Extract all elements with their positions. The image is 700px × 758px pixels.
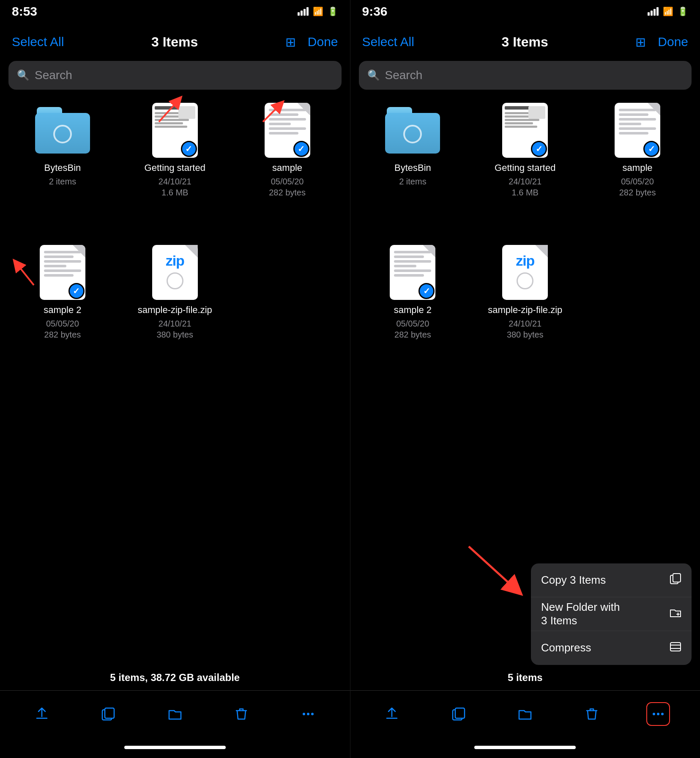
file-icon-sample2-left: ✓ [33, 243, 92, 302]
status-icons-right: 📶 🔋 [648, 6, 688, 16]
wifi-icon-right: 📶 [663, 6, 673, 16]
red-arrow-getting-started-left [155, 96, 189, 126]
context-menu-copy-icon [670, 573, 681, 588]
context-menu-copy-label: Copy 3 Items [541, 574, 606, 587]
share-button-right[interactable] [380, 702, 404, 726]
home-bar-left [124, 746, 226, 749]
nav-bar-left: Select All 3 Items ⊞ Done [0, 23, 350, 61]
check-badge-getting-started-left: ✓ [181, 141, 197, 157]
more-button-left[interactable] [296, 702, 320, 726]
search-icon-right: 🔍 [367, 69, 380, 81]
file-icon-zip-left: zip [145, 243, 205, 302]
home-indicator-right [350, 737, 700, 758]
doc-icon-sample-right: ✓ [615, 103, 660, 158]
list-item[interactable]: ✓ Getting started 24/10/211.6 MB [471, 101, 579, 239]
list-item[interactable]: ✓ sample 05/05/20282 bytes [233, 101, 342, 239]
file-name-right-1: Getting started [495, 162, 555, 173]
home-bar-right [474, 746, 576, 749]
list-item[interactable]: BytesBin 2 items [359, 101, 467, 239]
select-all-right[interactable]: Select All [362, 35, 414, 49]
toolbar-right [350, 690, 700, 737]
svg-point-10 [311, 713, 314, 715]
delete-button-right[interactable] [580, 702, 604, 726]
file-name-right-4: sample-zip-file.zip [488, 305, 562, 316]
battery-icon-left: 🔋 [328, 6, 338, 16]
grid-icon-left[interactable]: ⊞ [285, 35, 296, 49]
file-meta-left-0: 2 items [49, 176, 76, 187]
context-menu: Copy 3 Items New Folder with3 Items Comp… [531, 563, 692, 665]
grid-icon-right[interactable]: ⊞ [635, 35, 646, 49]
file-icon-zip-right: zip [495, 243, 555, 302]
file-grid-left: BytesBin 2 items ✓ [0, 96, 350, 385]
doc-icon-sample2-left: ✓ [40, 245, 85, 300]
toolbar-left [0, 690, 350, 737]
delete-button-left[interactable] [230, 702, 253, 726]
nav-title-left: 3 Items [151, 34, 198, 50]
done-button-right[interactable]: Done [658, 35, 688, 49]
context-menu-item-copy[interactable]: Copy 3 Items [531, 563, 692, 597]
file-name-left-1: Getting started [145, 162, 205, 173]
select-all-left[interactable]: Select All [12, 35, 64, 49]
signal-bars-right [648, 7, 659, 16]
file-meta-right-2: 05/05/20282 bytes [619, 176, 656, 198]
signal-bars-left [298, 7, 309, 16]
folder-button-right[interactable] [513, 702, 537, 726]
list-item[interactable]: zip sample-zip-file.zip 24/10/21380 byte… [471, 243, 579, 381]
list-item[interactable]: ✓ sample 2 05/05/20282 bytes [8, 243, 117, 381]
list-item[interactable]: zip sample-zip-file.zip 24/10/21380 byte… [121, 243, 229, 381]
file-icon-bytes-bin-left [33, 101, 92, 160]
file-icon-sample-right: ✓ [608, 101, 667, 160]
file-meta-right-3: 05/05/20282 bytes [394, 318, 431, 340]
list-item[interactable]: ✓ sample 05/05/20282 bytes [583, 101, 692, 239]
svg-point-24 [661, 713, 664, 715]
context-menu-item-new-folder[interactable]: New Folder with3 Items [531, 597, 692, 631]
svg-rect-21 [455, 708, 465, 718]
file-meta-right-0: 2 items [399, 176, 426, 187]
search-bar-right[interactable]: 🔍 Search [359, 61, 692, 90]
search-placeholder-right: Search [385, 69, 423, 82]
svg-rect-7 [105, 708, 114, 718]
folder-button-left[interactable] [163, 702, 187, 726]
status-bar-left: 8:53 📶 🔋 [0, 0, 350, 23]
file-name-right-0: BytesBin [394, 162, 431, 173]
zip-icon-left: zip [152, 245, 198, 300]
file-name-left-3: sample 2 [44, 305, 81, 316]
check-badge-getting-started-right: ✓ [531, 141, 547, 157]
duplicate-button-left[interactable] [96, 702, 120, 726]
nav-bar-right: Select All 3 Items ⊞ Done [350, 23, 700, 61]
red-arrow-sample2-left [4, 255, 38, 289]
nav-title-right: 3 Items [501, 34, 548, 50]
more-button-right[interactable] [646, 702, 670, 726]
duplicate-button-right[interactable] [447, 702, 470, 726]
status-time-right: 9:36 [362, 4, 388, 19]
search-bar-left[interactable]: 🔍 Search [8, 61, 342, 90]
file-icon-sample2-right: ✓ [383, 243, 442, 302]
context-menu-new-folder-icon [670, 607, 681, 621]
file-meta-left-3: 05/05/20282 bytes [44, 318, 81, 340]
list-item[interactable]: ✓ sample 2 05/05/20282 bytes [359, 243, 467, 381]
file-grid-right: BytesBin 2 items ✓ [350, 96, 700, 385]
svg-point-22 [653, 713, 655, 715]
svg-point-9 [307, 713, 309, 715]
file-name-left-2: sample [272, 162, 302, 173]
zip-icon-right: zip [502, 245, 548, 300]
file-name-left-4: sample-zip-file.zip [138, 305, 212, 316]
context-menu-compress-icon [670, 641, 681, 656]
nav-right-right: ⊞ Done [635, 35, 688, 49]
svg-line-5 [17, 264, 34, 285]
svg-line-3 [263, 105, 280, 122]
home-indicator-left [0, 737, 350, 758]
file-meta-left-2: 05/05/20282 bytes [269, 176, 306, 198]
svg-line-1 [159, 101, 178, 122]
list-item[interactable]: BytesBin 2 items [8, 101, 117, 239]
doc-preview-icon-right: ✓ [502, 103, 548, 158]
folder-icon-left [35, 107, 90, 154]
status-bar-right: 9:36 📶 🔋 [350, 0, 700, 23]
done-button-left[interactable]: Done [308, 35, 338, 49]
svg-rect-17 [670, 643, 681, 651]
list-item[interactable]: ✓ Getting started 24/10/211.6 MB [121, 101, 229, 239]
wifi-icon-left: 📶 [313, 6, 323, 16]
bottom-status-left: 5 items, 38.72 GB available [0, 665, 350, 690]
share-button-left[interactable] [30, 702, 54, 726]
context-menu-item-compress[interactable]: Compress [531, 631, 692, 665]
